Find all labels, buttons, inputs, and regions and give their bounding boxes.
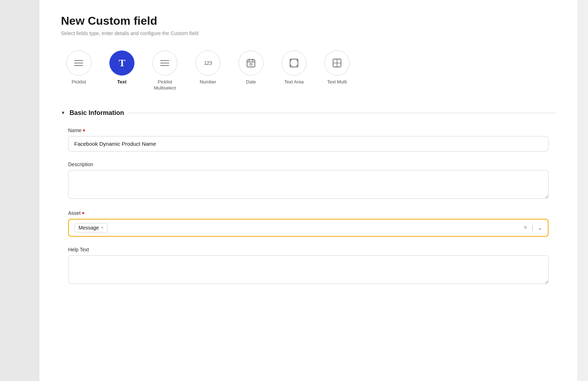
svg-point-11	[161, 65, 162, 66]
description-field-group: Description	[68, 161, 549, 200]
text-multi-label: Text Multi	[327, 79, 347, 85]
picklist-multiselect-label: PicklistMultiselect	[154, 79, 176, 91]
asset-tag-close-button[interactable]: ×	[101, 226, 104, 230]
svg-rect-16	[250, 63, 252, 65]
section-title: Basic Information	[70, 109, 124, 117]
svg-point-10	[161, 63, 162, 64]
section-collapse-arrow[interactable]: ▼	[61, 110, 65, 115]
asset-controls-divider: |	[532, 223, 534, 232]
name-field-group: Name	[68, 127, 549, 151]
help-text-label: Help Text	[68, 247, 549, 252]
main-content: New Custom field Select fields type, ent…	[39, 0, 577, 381]
date-icon-circle	[238, 50, 264, 76]
field-type-text[interactable]: T Text	[108, 50, 136, 85]
name-required-indicator	[83, 129, 85, 131]
asset-select-controls: × | ⌄	[523, 223, 542, 232]
svg-point-4	[75, 63, 76, 64]
text-label: Text	[117, 79, 127, 85]
form-section: Name Description Asset Message ×	[61, 127, 556, 285]
text-icon-circle: T	[109, 50, 134, 76]
svg-point-5	[75, 65, 76, 66]
help-text-field-group: Help Text	[68, 247, 549, 285]
section-divider	[128, 113, 556, 113]
field-type-selector: Picklist T Text PicklistMultiselect	[61, 50, 556, 91]
asset-required-indicator	[82, 212, 84, 214]
asset-field-group: Asset Message × × | ⌄	[68, 210, 549, 237]
asset-tag-label: Message	[79, 225, 99, 231]
asset-chevron-icon[interactable]: ⌄	[538, 225, 542, 231]
right-panel	[577, 0, 588, 381]
picklist-multiselect-icon-circle	[152, 50, 177, 76]
text-area-icon-circle	[281, 50, 307, 76]
field-type-picklist-multiselect[interactable]: PicklistMultiselect	[151, 50, 179, 91]
picklist-icon-circle	[66, 50, 91, 76]
field-type-date[interactable]: Date	[237, 50, 265, 85]
field-type-text-area[interactable]: Text Area	[280, 50, 308, 85]
sidebar	[0, 0, 39, 381]
number-label: Number	[200, 79, 216, 85]
page-subtitle: Select fields type, enter details and co…	[61, 30, 556, 36]
asset-tags-container: Message ×	[75, 223, 108, 232]
help-text-textarea[interactable]	[68, 255, 549, 284]
name-input[interactable]	[68, 136, 549, 151]
field-type-number[interactable]: 123 Number	[194, 50, 222, 85]
name-label: Name	[68, 127, 549, 133]
picklist-label: Picklist	[72, 79, 86, 85]
description-textarea[interactable]	[68, 170, 549, 199]
svg-point-9	[161, 60, 162, 61]
svg-point-3	[75, 60, 76, 61]
text-area-label: Text Area	[284, 79, 304, 85]
description-label: Description	[68, 161, 549, 167]
basic-information-section-header: ▼ Basic Information	[61, 109, 556, 117]
number-icon-circle: 123	[195, 50, 220, 76]
svg-rect-17	[290, 59, 298, 67]
text-multi-icon-circle	[324, 50, 350, 76]
page-title: New Custom field	[61, 14, 556, 28]
date-label: Date	[246, 79, 256, 85]
asset-clear-button[interactable]: ×	[523, 224, 527, 231]
asset-tag-message[interactable]: Message ×	[75, 223, 108, 232]
asset-select-dropdown[interactable]: Message × × | ⌄	[68, 219, 549, 237]
field-type-picklist[interactable]: Picklist	[65, 50, 93, 85]
asset-label: Asset	[68, 210, 549, 216]
field-type-text-multi[interactable]: Text Multi	[323, 50, 351, 85]
